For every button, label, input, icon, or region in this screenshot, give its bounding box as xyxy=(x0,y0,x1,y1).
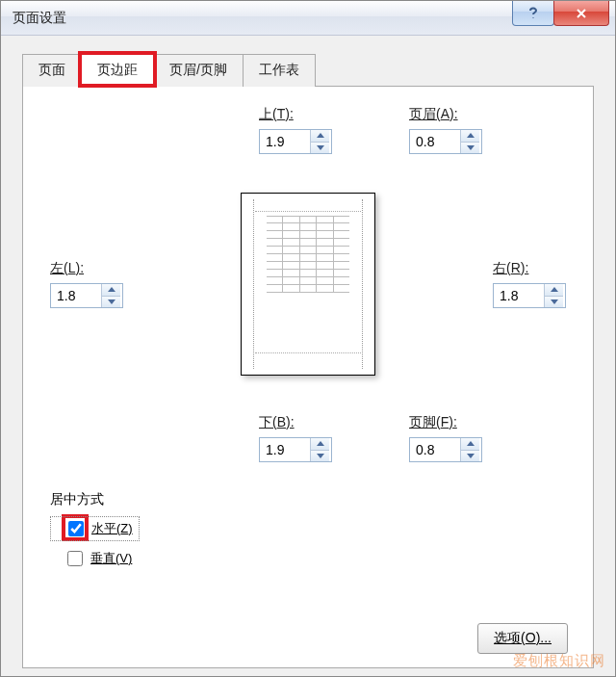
right-margin-spinner[interactable] xyxy=(493,283,566,308)
options-button[interactable]: 选项(O)... xyxy=(477,623,568,654)
top-margin-down[interactable] xyxy=(311,143,329,154)
top-margin-group: 上(T): xyxy=(259,106,332,154)
header-margin-input[interactable] xyxy=(410,130,460,153)
tab-header-footer[interactable]: 页眉/页脚 xyxy=(153,54,244,87)
footer-margin-up[interactable] xyxy=(461,438,479,451)
page-preview xyxy=(241,193,375,376)
chevron-down-icon xyxy=(317,454,324,458)
footer-margin-spinner[interactable] xyxy=(409,437,482,462)
top-margin-spinner[interactable] xyxy=(259,129,332,154)
header-margin-spinner[interactable] xyxy=(409,129,482,154)
tab-panel-margins: 上(T): 页眉(A): xyxy=(22,86,594,668)
tabstrip: 页面 页边距 页眉/页脚 工作表 xyxy=(22,53,594,86)
help-button[interactable] xyxy=(512,1,554,26)
center-horizontal-label: 水平(Z) xyxy=(91,520,133,537)
dialog-body: 页面 页边距 页眉/页脚 工作表 上(T): xyxy=(1,36,615,676)
dialog-title: 页面设置 xyxy=(13,10,66,27)
chevron-down-icon xyxy=(551,299,558,304)
center-vertical-row[interactable]: 垂直(V) xyxy=(50,547,566,570)
center-horizontal-checkbox[interactable] xyxy=(68,521,84,536)
close-icon xyxy=(576,8,587,19)
top-margin-label: 上(T): xyxy=(259,106,294,123)
center-section-label: 居中方式 xyxy=(50,491,566,508)
bottom-margin-group: 下(B): xyxy=(259,414,332,462)
footer-margin-down[interactable] xyxy=(461,451,479,462)
right-margin-label: 右(R): xyxy=(493,260,528,277)
page-setup-dialog: 页面设置 页面 页边距 页眉/页脚 工作表 xyxy=(0,0,616,677)
top-margin-input[interactable] xyxy=(260,130,310,153)
left-margin-label: 左(L): xyxy=(50,260,84,277)
close-button[interactable] xyxy=(553,1,609,26)
titlebar: 页面设置 xyxy=(1,1,615,36)
chevron-up-icon xyxy=(108,287,116,292)
header-margin-down[interactable] xyxy=(461,143,479,154)
center-section: 居中方式 水平(Z) 垂直(V) xyxy=(50,491,566,570)
right-margin-down[interactable] xyxy=(545,297,563,308)
right-margin-input[interactable] xyxy=(494,284,544,307)
left-margin-up[interactable] xyxy=(102,284,120,297)
chevron-down-icon xyxy=(467,145,475,150)
center-horizontal-row[interactable]: 水平(Z) xyxy=(50,516,140,541)
left-margin-input[interactable] xyxy=(51,284,101,307)
chevron-down-icon xyxy=(467,454,475,458)
left-margin-down[interactable] xyxy=(102,297,120,308)
top-margin-up[interactable] xyxy=(311,130,329,143)
chevron-up-icon xyxy=(317,133,324,138)
chevron-down-icon xyxy=(108,299,116,304)
footer-margin-group: 页脚(F): xyxy=(409,414,482,462)
tab-page[interactable]: 页面 xyxy=(22,54,82,87)
tab-margins[interactable]: 页边距 xyxy=(81,54,154,87)
header-margin-group: 页眉(A): xyxy=(409,106,482,154)
chevron-up-icon xyxy=(467,441,475,446)
footer-margin-label: 页脚(F): xyxy=(409,414,457,431)
tab-sheet[interactable]: 工作表 xyxy=(243,54,316,87)
left-margin-spinner[interactable] xyxy=(50,283,123,308)
bottom-margin-spinner[interactable] xyxy=(259,437,332,462)
help-icon xyxy=(527,7,539,20)
center-vertical-checkbox[interactable] xyxy=(67,551,83,566)
window-controls xyxy=(513,1,609,26)
header-margin-up[interactable] xyxy=(461,130,479,143)
bottom-margin-up[interactable] xyxy=(311,438,329,451)
bottom-margin-label: 下(B): xyxy=(259,414,295,431)
right-margin-group: 右(R): xyxy=(493,260,566,308)
chevron-down-icon xyxy=(317,145,324,150)
left-margin-group: 左(L): xyxy=(50,260,123,308)
chevron-up-icon xyxy=(551,287,558,292)
center-vertical-label: 垂直(V) xyxy=(90,550,132,567)
chevron-up-icon xyxy=(467,133,475,138)
bottom-margin-down[interactable] xyxy=(311,451,329,462)
right-margin-up[interactable] xyxy=(545,284,563,297)
margins-grid: 上(T): 页眉(A): xyxy=(50,106,566,462)
footer-margin-input[interactable] xyxy=(410,438,460,461)
chevron-up-icon xyxy=(317,441,324,446)
bottom-margin-input[interactable] xyxy=(260,438,310,461)
header-margin-label: 页眉(A): xyxy=(409,106,458,123)
